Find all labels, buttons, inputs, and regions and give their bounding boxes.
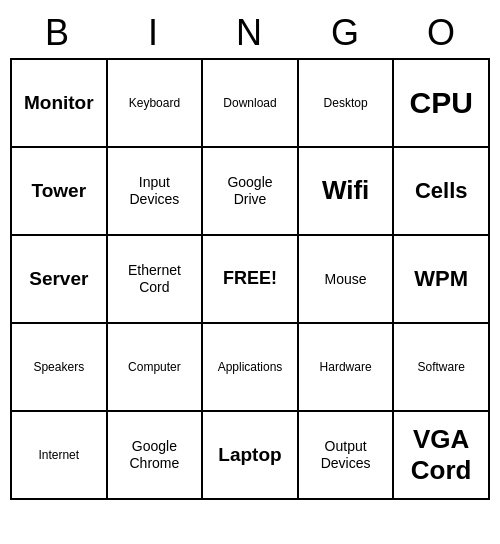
cell-text-r2-c1: EthernetCord bbox=[128, 262, 181, 296]
cell-text-r2-c0: Server bbox=[29, 268, 88, 291]
cell-text-r4-c4: VGACord bbox=[411, 424, 472, 486]
cell-r2-c4: WPM bbox=[394, 236, 490, 324]
cell-text-r2-c3: Mouse bbox=[325, 271, 367, 288]
cell-r4-c4: VGACord bbox=[394, 412, 490, 500]
cell-r1-c4: Cells bbox=[394, 148, 490, 236]
cell-r0-c2: Download bbox=[203, 60, 299, 148]
cell-text-r1-c3: Wifi bbox=[322, 175, 369, 206]
cell-text-r3-c2: Applications bbox=[218, 360, 283, 374]
cell-r1-c1: InputDevices bbox=[108, 148, 204, 236]
cell-r3-c0: Speakers bbox=[12, 324, 108, 412]
cell-r4-c1: GoogleChrome bbox=[108, 412, 204, 500]
header-n: N bbox=[202, 8, 298, 58]
cell-r3-c2: Applications bbox=[203, 324, 299, 412]
cell-text-r1-c4: Cells bbox=[415, 178, 468, 204]
cell-r2-c0: Server bbox=[12, 236, 108, 324]
cell-text-r2-c4: WPM bbox=[414, 266, 468, 292]
cell-text-r1-c1: InputDevices bbox=[129, 174, 179, 208]
header-o: O bbox=[394, 8, 490, 58]
cell-text-r0-c4: CPU bbox=[410, 85, 473, 121]
cell-text-r0-c2: Download bbox=[223, 96, 276, 110]
header-g: G bbox=[298, 8, 394, 58]
cell-r0-c0: Monitor bbox=[12, 60, 108, 148]
cell-text-r1-c2: GoogleDrive bbox=[227, 174, 272, 208]
cell-r0-c4: CPU bbox=[394, 60, 490, 148]
cell-text-r1-c0: Tower bbox=[32, 180, 87, 203]
header-i: I bbox=[106, 8, 202, 58]
cell-text-r0-c0: Monitor bbox=[24, 92, 94, 115]
cell-r4-c0: Internet bbox=[12, 412, 108, 500]
cell-text-r3-c0: Speakers bbox=[33, 360, 84, 374]
cell-r2-c3: Mouse bbox=[299, 236, 395, 324]
cell-text-r4-c1: GoogleChrome bbox=[129, 438, 179, 472]
cell-r3-c4: Software bbox=[394, 324, 490, 412]
cell-r1-c0: Tower bbox=[12, 148, 108, 236]
cell-r3-c3: Hardware bbox=[299, 324, 395, 412]
cell-r2-c2: FREE! bbox=[203, 236, 299, 324]
cell-text-r4-c2: Laptop bbox=[218, 444, 281, 467]
cell-r3-c1: Computer bbox=[108, 324, 204, 412]
cell-text-r3-c1: Computer bbox=[128, 360, 181, 374]
bingo-card: B I N G O MonitorKeyboardDownloadDesktop… bbox=[10, 8, 490, 500]
cell-text-r2-c2: FREE! bbox=[223, 268, 277, 290]
cell-text-r0-c1: Keyboard bbox=[129, 96, 180, 110]
bingo-grid: MonitorKeyboardDownloadDesktopCPUTowerIn… bbox=[10, 58, 490, 500]
cell-text-r4-c3: OutputDevices bbox=[321, 438, 371, 472]
cell-r0-c3: Desktop bbox=[299, 60, 395, 148]
cell-r4-c2: Laptop bbox=[203, 412, 299, 500]
bingo-header: B I N G O bbox=[10, 8, 490, 58]
cell-r4-c3: OutputDevices bbox=[299, 412, 395, 500]
cell-text-r0-c3: Desktop bbox=[324, 96, 368, 110]
cell-r2-c1: EthernetCord bbox=[108, 236, 204, 324]
cell-text-r4-c0: Internet bbox=[38, 448, 79, 462]
cell-text-r3-c4: Software bbox=[418, 360, 465, 374]
cell-text-r3-c3: Hardware bbox=[320, 360, 372, 374]
cell-r1-c2: GoogleDrive bbox=[203, 148, 299, 236]
header-b: B bbox=[10, 8, 106, 58]
cell-r1-c3: Wifi bbox=[299, 148, 395, 236]
cell-r0-c1: Keyboard bbox=[108, 60, 204, 148]
